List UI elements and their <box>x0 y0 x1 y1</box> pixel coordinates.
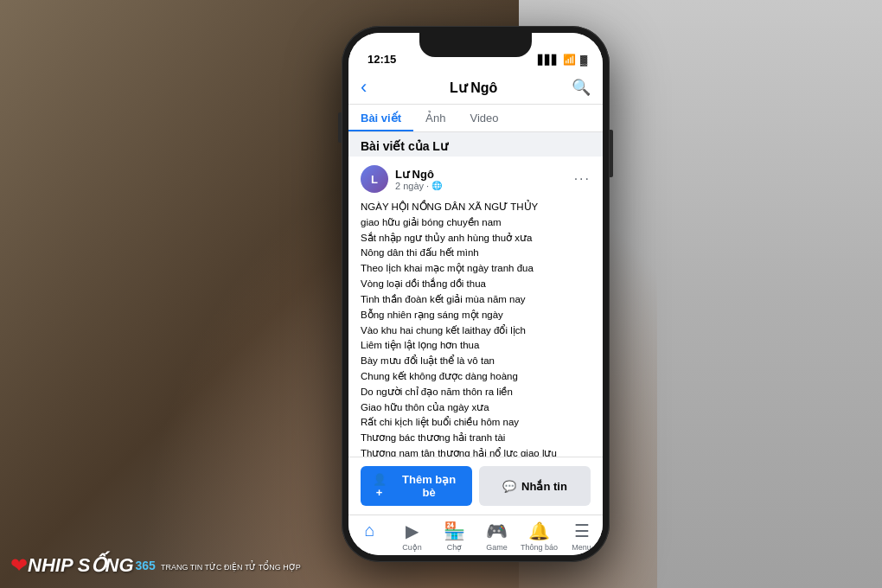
phone-notch <box>419 33 532 57</box>
bottom-nav: ⌂ ▶ Cuộn 🏪 Chợ 🎮 Game 🔔 Thông báo ☰ Menu <box>348 514 603 555</box>
back-button[interactable]: ‹ <box>361 76 367 99</box>
bottom-nav-home[interactable]: ⌂ <box>348 521 391 552</box>
tabs-bar: Bài viết Ảnh Video <box>348 105 603 132</box>
heart-icon: ❤ <box>10 553 28 578</box>
watermark-tagline: TRANG TIN TỨC ĐIỆN TỬ TỔNG HỢP <box>161 563 301 572</box>
bottom-nav-notifications[interactable]: 🔔 Thông báo <box>518 521 560 552</box>
bottom-nav-game-label: Game <box>486 543 508 552</box>
message-button[interactable]: 💬 Nhắn tin <box>479 466 591 506</box>
bottom-nav-notif-label: Thông báo <box>521 543 558 552</box>
wifi-icon: 📶 <box>563 54 576 66</box>
tab-videos[interactable]: Video <box>457 105 510 131</box>
signal-icon: ▋▋▋ <box>538 54 559 66</box>
watermark: ❤ NHIP SỐNG 365 TRANG TIN TỨC ĐIỆN TỬ TỔ… <box>10 553 301 578</box>
messenger-icon: 💬 <box>502 480 516 493</box>
tab-posts[interactable]: Bài viết <box>348 105 413 131</box>
bell-icon: 🔔 <box>528 521 550 541</box>
home-icon: ⌂ <box>364 521 374 540</box>
bottom-nav-game[interactable]: 🎮 Game <box>476 521 518 552</box>
globe-icon: 🌐 <box>431 181 442 190</box>
action-buttons: 👤+ Thêm bạn bè 💬 Nhắn tin <box>348 457 603 514</box>
person-plus-icon: 👤+ <box>369 473 389 499</box>
post-header: L Lư Ngô 2 ngày · 🌐 ··· <box>361 165 591 193</box>
post-menu-button[interactable]: ··· <box>574 171 591 187</box>
status-bar: 12:15 ▋▋▋ 📶 ▓ <box>348 33 603 71</box>
reels-icon: ▶ <box>406 521 419 541</box>
content-area: Bài viết của Lư L Lư Ngô 2 ngày · 🌐 ··· <box>348 132 603 457</box>
post-card: L Lư Ngô 2 ngày · 🌐 ··· NGÀY HỘI NỒNG DÂ… <box>348 157 603 457</box>
search-button[interactable]: 🔍 <box>572 78 591 97</box>
game-icon: 🎮 <box>486 521 508 541</box>
phone-device: 12:15 ▋▋▋ 📶 ▓ ‹ Lư Ngô 🔍 Bài viết Ảnh Vi… <box>342 26 610 562</box>
watermark-logo: ❤ NHIP SỐNG 365 <box>10 553 156 578</box>
bottom-nav-shop-label: Chợ <box>447 543 463 552</box>
phone-screen: 12:15 ▋▋▋ 📶 ▓ ‹ Lư Ngô 🔍 Bài viết Ảnh Vi… <box>348 33 603 555</box>
bottom-nav-menu-label: Menu <box>572 543 591 552</box>
brand-name: NHIP SỐNG <box>28 554 134 577</box>
post-text: NGÀY HỘI NỒNG DÂN XÃ NGƯ THỦY giao hữu g… <box>361 200 591 457</box>
post-meta: Lư Ngô 2 ngày · 🌐 <box>395 168 574 191</box>
menu-icon: ☰ <box>574 521 590 541</box>
bottom-nav-reels-label: Cuộn <box>402 543 422 552</box>
bottom-nav-reels[interactable]: ▶ Cuộn <box>391 521 433 552</box>
nav-bar: ‹ Lư Ngô 🔍 <box>348 71 603 105</box>
status-time: 12:15 <box>368 53 396 66</box>
battery-icon: ▓ <box>580 54 587 65</box>
section-title: Bài viết của Lư <box>348 132 603 157</box>
bottom-nav-marketplace[interactable]: 🏪 Chợ <box>433 521 476 552</box>
add-friend-button[interactable]: 👤+ Thêm bạn bè <box>361 466 472 506</box>
brand-number: 365 <box>136 559 156 572</box>
avatar[interactable]: L <box>361 165 388 193</box>
shop-icon: 🏪 <box>444 521 465 541</box>
post-author[interactable]: Lư Ngô <box>395 168 574 181</box>
status-icons: ▋▋▋ 📶 ▓ <box>538 54 587 66</box>
bottom-nav-menu[interactable]: ☰ Menu <box>560 521 603 552</box>
post-time: 2 ngày · 🌐 <box>395 181 574 191</box>
nav-title: Lư Ngô <box>375 80 572 96</box>
tab-photos[interactable]: Ảnh <box>413 105 457 131</box>
